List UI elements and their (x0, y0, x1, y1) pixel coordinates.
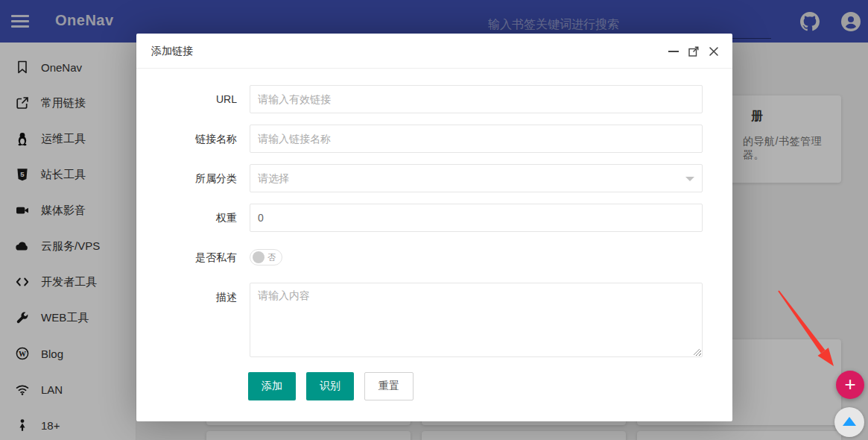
dialog-header: 添加链接 (136, 34, 732, 69)
dialog-form: URL 链接名称 所属分类 权重 是否私有 (136, 69, 732, 400)
category-select[interactable] (250, 164, 703, 192)
identify-button[interactable]: 识别 (306, 372, 354, 400)
weight-input[interactable] (250, 204, 703, 232)
toggle-state-label: 否 (267, 252, 276, 263)
dialog-title: 添加链接 (151, 34, 193, 69)
add-button[interactable]: 添加 (248, 372, 296, 400)
maximize-icon[interactable] (688, 45, 700, 57)
minimize-icon[interactable] (668, 45, 679, 57)
triangle-up-icon (843, 417, 856, 426)
url-label: URL (136, 85, 237, 113)
url-input[interactable] (250, 85, 703, 113)
add-link-dialog: 添加链接 URL 链接名称 所属分类 (136, 34, 732, 421)
back-to-top-button[interactable] (834, 407, 864, 437)
description-label: 描述 (136, 283, 237, 311)
close-icon[interactable] (708, 45, 720, 57)
private-label: 是否私有 (136, 243, 237, 271)
add-link-fab[interactable]: + (836, 371, 864, 399)
category-label: 所属分类 (136, 164, 237, 192)
weight-label: 权重 (136, 204, 237, 232)
link-name-input[interactable] (250, 125, 703, 153)
link-name-label: 链接名称 (136, 125, 237, 153)
toggle-knob (253, 251, 264, 263)
description-textarea[interactable] (250, 283, 703, 357)
reset-button[interactable]: 重置 (364, 372, 414, 400)
private-toggle[interactable]: 否 (250, 249, 282, 265)
